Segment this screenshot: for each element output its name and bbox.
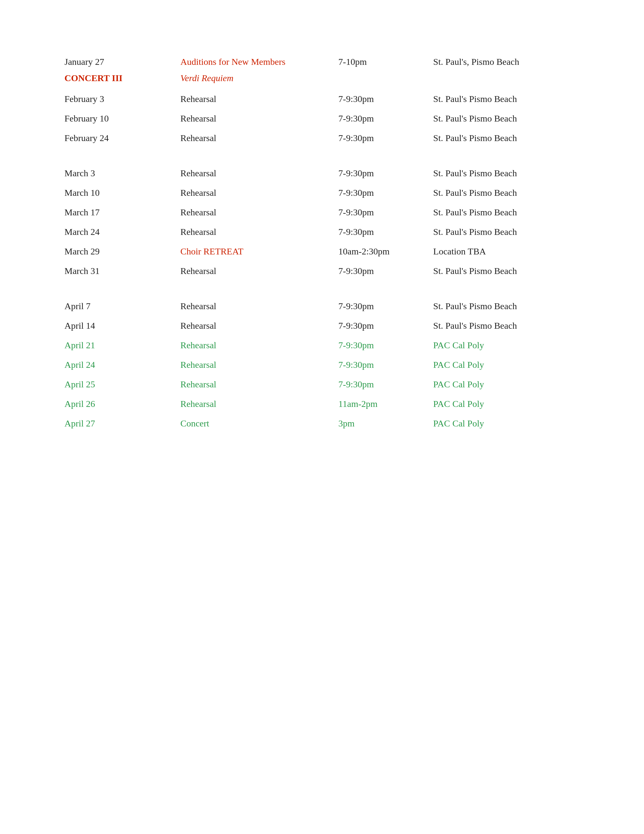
table-row: April 7Rehearsal7-9:30pmSt. Paul's Pismo… (59, 296, 585, 316)
cell-event: Rehearsal (174, 109, 332, 128)
cell-time: 7-9:30pm (332, 336, 427, 355)
cell-date: April 21 (59, 336, 174, 355)
schedule-table: January 27Auditions for New Members7-10p… (59, 52, 585, 433)
cell-date: April 14 (59, 316, 174, 336)
table-row: April 27Concert3pmPAC Cal Poly (59, 414, 585, 433)
cell-date: April 27 (59, 414, 174, 433)
cell-event: Rehearsal (174, 375, 332, 394)
cell-time: 7-9:30pm (332, 261, 427, 281)
cell-time: 7-9:30pm (332, 375, 427, 394)
cell-location: PAC Cal Poly (428, 355, 585, 375)
cell-date: February 24 (59, 128, 174, 148)
cell-location: St. Paul's, Pismo Beach (428, 52, 585, 72)
table-row: April 14Rehearsal7-9:30pmSt. Paul's Pism… (59, 316, 585, 336)
cell-event: Rehearsal (174, 163, 332, 183)
table-row: January 27Auditions for New Members7-10p… (59, 52, 585, 72)
cell-event: Rehearsal (174, 316, 332, 336)
table-row: April 25Rehearsal7-9:30pmPAC Cal Poly (59, 375, 585, 394)
cell-location: PAC Cal Poly (428, 414, 585, 433)
cell-time: 7-9:30pm (332, 89, 427, 109)
table-row: March 17Rehearsal7-9:30pmSt. Paul's Pism… (59, 203, 585, 222)
cell-time: 7-9:30pm (332, 183, 427, 203)
table-row: February 10Rehearsal7-9:30pmSt. Paul's P… (59, 109, 585, 128)
cell-event: Rehearsal (174, 183, 332, 203)
table-row: April 21Rehearsal7-9:30pmPAC Cal Poly (59, 336, 585, 355)
cell-time: 7-9:30pm (332, 128, 427, 148)
cell-time: 7-9:30pm (332, 316, 427, 336)
cell-time: 3pm (332, 414, 427, 433)
cell-event: Rehearsal (174, 261, 332, 281)
table-row: CONCERT IIIVerdi Requiem (59, 72, 585, 89)
cell-location: St. Paul's Pismo Beach (428, 261, 585, 281)
table-row: March 3Rehearsal7-9:30pmSt. Paul's Pismo… (59, 163, 585, 183)
cell-date: April 24 (59, 355, 174, 375)
cell-date: March 29 (59, 242, 174, 261)
table-row: April 24Rehearsal7-9:30pmPAC Cal Poly (59, 355, 585, 375)
table-row: February 3Rehearsal7-9:30pmSt. Paul's Pi… (59, 89, 585, 109)
cell-date: April 26 (59, 394, 174, 414)
cell-date: February 10 (59, 109, 174, 128)
table-row: February 24Rehearsal7-9:30pmSt. Paul's P… (59, 128, 585, 148)
cell-event: Concert (174, 414, 332, 433)
cell-event: Choir RETREAT (174, 242, 332, 261)
cell-event: Verdi Requiem (174, 72, 332, 89)
cell-event: Rehearsal (174, 394, 332, 414)
cell-date: March 3 (59, 163, 174, 183)
cell-date: April 25 (59, 375, 174, 394)
cell-location: Location TBA (428, 242, 585, 261)
cell-location: St. Paul's Pismo Beach (428, 163, 585, 183)
cell-location: St. Paul's Pismo Beach (428, 89, 585, 109)
cell-event: Rehearsal (174, 128, 332, 148)
cell-time: 7-10pm (332, 52, 427, 72)
cell-location: St. Paul's Pismo Beach (428, 296, 585, 316)
cell-time: 11am-2pm (332, 394, 427, 414)
table-row: April 26Rehearsal11am-2pmPAC Cal Poly (59, 394, 585, 414)
cell-date: February 3 (59, 89, 174, 109)
cell-time: 7-9:30pm (332, 203, 427, 222)
cell-time: 7-9:30pm (332, 163, 427, 183)
cell-date: January 27 (59, 52, 174, 72)
table-row: March 24Rehearsal7-9:30pmSt. Paul's Pism… (59, 222, 585, 242)
cell-location: St. Paul's Pismo Beach (428, 183, 585, 203)
table-row: March 10Rehearsal7-9:30pmSt. Paul's Pism… (59, 183, 585, 203)
table-row: March 29Choir RETREAT10am-2:30pmLocation… (59, 242, 585, 261)
cell-event: Rehearsal (174, 336, 332, 355)
cell-time: 10am-2:30pm (332, 242, 427, 261)
cell-event: Rehearsal (174, 355, 332, 375)
cell-location: PAC Cal Poly (428, 394, 585, 414)
cell-date: CONCERT III (59, 72, 174, 89)
cell-time: 7-9:30pm (332, 355, 427, 375)
cell-location: St. Paul's Pismo Beach (428, 203, 585, 222)
cell-time: 7-9:30pm (332, 222, 427, 242)
cell-location: PAC Cal Poly (428, 336, 585, 355)
section-gap (59, 148, 585, 163)
cell-location: St. Paul's Pismo Beach (428, 316, 585, 336)
cell-event: Rehearsal (174, 89, 332, 109)
cell-event: Rehearsal (174, 296, 332, 316)
section-gap (59, 281, 585, 296)
cell-time: 7-9:30pm (332, 109, 427, 128)
cell-date: March 24 (59, 222, 174, 242)
cell-location: St. Paul's Pismo Beach (428, 109, 585, 128)
cell-date: March 10 (59, 183, 174, 203)
cell-location: St. Paul's Pismo Beach (428, 222, 585, 242)
cell-event: Rehearsal (174, 222, 332, 242)
cell-date: March 17 (59, 203, 174, 222)
cell-location: PAC Cal Poly (428, 375, 585, 394)
table-row: March 31Rehearsal7-9:30pmSt. Paul's Pism… (59, 261, 585, 281)
cell-time (332, 72, 427, 89)
cell-location (428, 72, 585, 89)
cell-event: Rehearsal (174, 203, 332, 222)
cell-time: 7-9:30pm (332, 296, 427, 316)
cell-date: April 7 (59, 296, 174, 316)
cell-location: St. Paul's Pismo Beach (428, 128, 585, 148)
cell-event: Auditions for New Members (174, 52, 332, 72)
cell-date: March 31 (59, 261, 174, 281)
